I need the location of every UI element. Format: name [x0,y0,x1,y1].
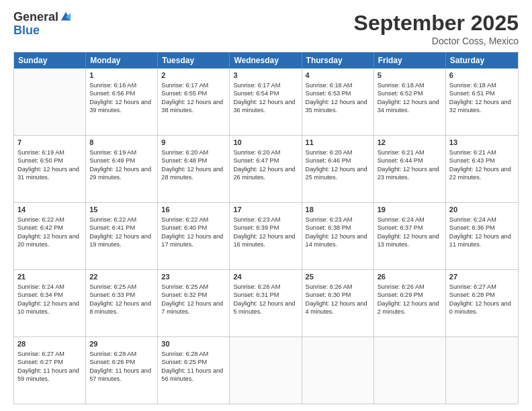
sunrise-text: Sunrise: 6:19 AM [89,149,136,156]
calendar-day-cell: 12Sunrise: 6:21 AMSunset: 6:44 PMDayligh… [374,136,446,202]
day-number: 27 [449,272,515,282]
sunset-text: Sunset: 6:29 PM [378,291,423,298]
sunset-text: Sunset: 6:49 PM [89,157,135,164]
calendar-body: 1Sunrise: 6:16 AMSunset: 6:56 PMDaylight… [14,68,518,404]
calendar-week-row: 1Sunrise: 6:16 AMSunset: 6:56 PMDaylight… [14,68,518,136]
sunset-text: Sunset: 6:40 PM [161,224,207,231]
daylight-text: Daylight: 12 hours and 8 minutes. [89,300,151,315]
sunrise-text: Sunrise: 6:28 AM [161,351,208,357]
title-area: September 2025 Doctor Coss, Mexico [354,11,519,46]
daylight-text: Daylight: 12 hours and 29 minutes. [89,166,151,181]
daylight-text: Daylight: 12 hours and 38 minutes. [161,99,223,113]
calendar-day-cell [446,337,518,404]
sunset-text: Sunset: 6:51 PM [449,90,495,97]
daylight-text: Daylight: 12 hours and 22 minutes. [449,166,511,181]
daylight-text: Daylight: 12 hours and 5 minutes. [233,300,295,315]
sunset-text: Sunset: 6:47 PM [233,157,279,164]
logo-icon [60,11,72,23]
sunrise-text: Sunrise: 6:28 AM [89,351,136,357]
calendar-day-cell: 15Sunrise: 6:22 AMSunset: 6:41 PMDayligh… [86,203,158,269]
day-number: 24 [233,272,298,282]
day-number: 2 [161,71,226,81]
daylight-text: Daylight: 12 hours and 31 minutes. [17,166,79,181]
day-number: 6 [449,71,515,81]
daylight-text: Daylight: 12 hours and 2 minutes. [378,300,439,315]
calendar-day-cell [230,337,302,404]
daylight-text: Daylight: 12 hours and 14 minutes. [306,233,367,248]
sunrise-text: Sunrise: 6:22 AM [161,216,208,223]
calendar-day-cell: 10Sunrise: 6:20 AMSunset: 6:47 PMDayligh… [230,136,302,202]
month-title: September 2025 [354,11,519,36]
sunrise-text: Sunrise: 6:23 AM [233,216,280,223]
daylight-text: Daylight: 11 hours and 59 minutes. [17,367,79,382]
calendar-day-header: Wednesday [230,52,302,68]
day-number: 19 [378,205,442,215]
day-number: 28 [17,339,82,349]
day-number: 16 [161,205,226,215]
sunset-text: Sunset: 6:25 PM [161,359,207,365]
calendar-day-cell: 21Sunrise: 6:24 AMSunset: 6:34 PMDayligh… [14,270,86,336]
daylight-text: Daylight: 12 hours and 23 minutes. [378,166,439,181]
day-number: 3 [233,71,298,81]
calendar-day-header: Tuesday [158,52,230,68]
sunrise-text: Sunrise: 6:25 AM [89,283,136,290]
day-number: 4 [306,71,370,81]
daylight-text: Daylight: 12 hours and 26 minutes. [233,166,295,181]
daylight-text: Daylight: 12 hours and 35 minutes. [306,99,367,113]
calendar-header: SundayMondayTuesdayWednesdayThursdayFrid… [14,52,518,68]
day-number: 13 [449,138,515,148]
calendar-day-cell: 19Sunrise: 6:24 AMSunset: 6:37 PMDayligh… [374,203,446,269]
daylight-text: Daylight: 12 hours and 7 minutes. [161,300,223,315]
calendar: SundayMondayTuesdayWednesdayThursdayFrid… [13,52,519,404]
sunset-text: Sunset: 6:53 PM [306,90,351,97]
day-number: 29 [89,339,154,349]
day-number: 14 [17,205,82,215]
logo-blue: Blue [13,24,72,38]
day-number: 17 [233,205,298,215]
daylight-text: Daylight: 12 hours and 20 minutes. [17,233,79,248]
day-number: 10 [233,138,298,148]
sunset-text: Sunset: 6:28 PM [449,291,495,298]
sunset-text: Sunset: 6:42 PM [17,224,63,231]
sunrise-text: Sunrise: 6:16 AM [89,82,136,89]
day-number: 20 [449,205,515,215]
sunrise-text: Sunrise: 6:27 AM [17,351,64,357]
calendar-day-cell: 17Sunrise: 6:23 AMSunset: 6:39 PMDayligh… [230,203,302,269]
calendar-week-row: 21Sunrise: 6:24 AMSunset: 6:34 PMDayligh… [14,270,518,337]
daylight-text: Daylight: 12 hours and 25 minutes. [306,166,367,181]
sunset-text: Sunset: 6:38 PM [306,224,351,231]
day-number: 23 [161,272,226,282]
sunrise-text: Sunrise: 6:17 AM [233,82,280,89]
logo-general: General [13,11,58,24]
calendar-day-cell: 9Sunrise: 6:20 AMSunset: 6:48 PMDaylight… [158,136,230,202]
sunrise-text: Sunrise: 6:20 AM [306,149,353,156]
sunrise-text: Sunrise: 6:26 AM [378,283,425,290]
calendar-week-row: 28Sunrise: 6:27 AMSunset: 6:27 PMDayligh… [14,337,518,404]
sunrise-text: Sunrise: 6:24 AM [449,216,496,223]
calendar-day-cell: 23Sunrise: 6:25 AMSunset: 6:32 PMDayligh… [158,270,230,336]
sunrise-text: Sunrise: 6:21 AM [378,149,425,156]
daylight-text: Daylight: 12 hours and 4 minutes. [306,300,367,315]
calendar-day-header: Thursday [302,52,374,68]
calendar-day-cell [374,337,446,404]
calendar-day-cell: 27Sunrise: 6:27 AMSunset: 6:28 PMDayligh… [446,270,518,336]
calendar-day-cell: 11Sunrise: 6:20 AMSunset: 6:46 PMDayligh… [302,136,374,202]
sunrise-text: Sunrise: 6:26 AM [233,283,280,290]
calendar-day-cell: 14Sunrise: 6:22 AMSunset: 6:42 PMDayligh… [14,203,86,269]
calendar-week-row: 14Sunrise: 6:22 AMSunset: 6:42 PMDayligh… [14,203,518,270]
sunset-text: Sunset: 6:48 PM [161,157,207,164]
sunrise-text: Sunrise: 6:24 AM [378,216,425,223]
sunrise-text: Sunrise: 6:27 AM [449,283,496,290]
sunset-text: Sunset: 6:33 PM [89,291,135,298]
daylight-text: Daylight: 12 hours and 19 minutes. [89,233,151,248]
daylight-text: Daylight: 12 hours and 10 minutes. [17,300,79,315]
day-number: 9 [161,138,226,148]
daylight-text: Daylight: 12 hours and 36 minutes. [233,99,295,113]
sunrise-text: Sunrise: 6:25 AM [161,283,208,290]
sunset-text: Sunset: 6:26 PM [89,359,135,365]
daylight-text: Daylight: 12 hours and 17 minutes. [161,233,223,248]
calendar-day-cell: 26Sunrise: 6:26 AMSunset: 6:29 PMDayligh… [374,270,446,336]
daylight-text: Daylight: 12 hours and 39 minutes. [89,99,151,113]
day-number: 30 [161,339,226,349]
day-number: 18 [306,205,370,215]
